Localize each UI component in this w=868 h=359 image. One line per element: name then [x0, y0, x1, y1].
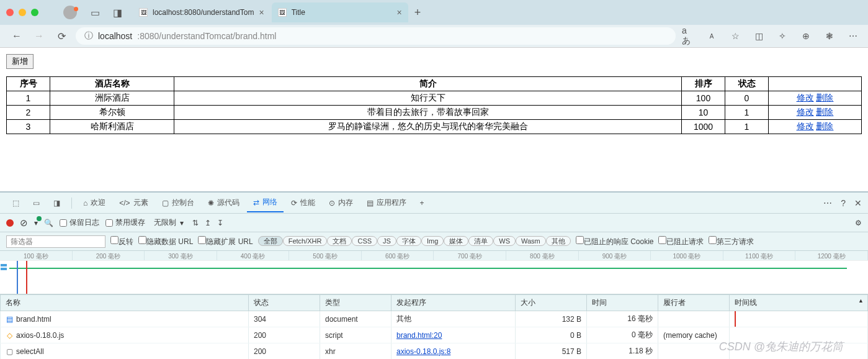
network-row[interactable]: ▢selectAll 200 xhr axios-0.18.0.js:8 517… [1, 343, 868, 360]
tab-title: Title [292, 8, 305, 17]
network-settings-icon[interactable]: ⚙ [855, 219, 862, 227]
cell-intro: 带着目的去旅行，带着故事回家 [174, 106, 682, 120]
filter-pill[interactable]: Img [421, 236, 444, 246]
col-timeline[interactable]: 时间线▲ [730, 295, 868, 311]
col-time[interactable]: 时间 [587, 295, 658, 311]
url-input[interactable]: ⓘ localhost:8080/understandTomcat/brand.… [76, 27, 676, 45]
col-sort: 排序 [682, 77, 725, 91]
filter-pill[interactable]: 清单 [468, 236, 493, 246]
back-icon[interactable]: ← [9, 30, 25, 42]
add-button[interactable]: 新增 [6, 54, 34, 69]
filter-input[interactable] [6, 235, 105, 248]
cell-seq: 1 [7, 91, 50, 106]
inspect-icon[interactable]: ⬚ [6, 195, 25, 211]
col-fulfilled[interactable]: 履行者 [658, 295, 730, 311]
disable-cache-checkbox[interactable]: 禁用缓存 [105, 217, 145, 228]
devtools-tab-performance[interactable]: ⟳ 性能 [285, 194, 321, 212]
record-icon[interactable] [6, 219, 14, 227]
browser-tab-1[interactable]: 🖼 Title × [272, 2, 408, 22]
import-har-icon[interactable]: ↥ [205, 219, 211, 227]
cell-time: 16 毫秒 [587, 311, 658, 327]
clear-icon[interactable]: ⊘ [20, 217, 28, 229]
edit-link[interactable]: 修改 [797, 107, 814, 117]
devtools-tab-application[interactable]: ▤ 应用程序 [360, 194, 413, 212]
delete-link[interactable]: 删除 [816, 93, 833, 102]
col-size[interactable]: 大小 [516, 295, 587, 311]
cell-name: 洲际酒店 [50, 91, 174, 106]
refresh-icon[interactable]: ⟳ [53, 30, 69, 42]
invert-checkbox[interactable]: 反转 [110, 236, 133, 247]
devtools-tab-welcome[interactable]: ⌂ 欢迎 [77, 194, 112, 212]
blocked-cookie-checkbox[interactable]: 已阻止的响应 Cookie [576, 236, 654, 247]
minimize-window-icon[interactable] [19, 9, 26, 16]
sidebar-toggle-icon[interactable]: ◨ [110, 7, 124, 19]
cell-status: 1 [725, 106, 769, 120]
favorite-icon[interactable]: ☆ [729, 31, 741, 41]
col-initiator[interactable]: 发起程序 [391, 295, 516, 311]
filter-pill[interactable]: CSS [352, 236, 377, 246]
filter-pill[interactable]: 其他 [546, 236, 571, 246]
site-info-icon[interactable]: ⓘ [84, 30, 93, 42]
new-tab-icon[interactable]: + [414, 6, 421, 19]
filter-pill[interactable]: 媒体 [444, 236, 468, 246]
more-icon[interactable]: ⋯ [847, 31, 859, 41]
edit-link[interactable]: 修改 [797, 121, 814, 131]
workspaces-icon[interactable]: ▭ [88, 7, 102, 19]
timeline-tick: 100 毫秒 [0, 251, 73, 260]
preserve-log-checkbox[interactable]: 保留日志 [60, 217, 99, 228]
filter-pill[interactable]: 全部 [258, 236, 283, 246]
third-party-checkbox[interactable]: 第三方请求 [709, 236, 754, 247]
filter-pill[interactable]: Fetch/XHR [283, 236, 328, 246]
devtools-tab-add-icon[interactable]: + [414, 195, 431, 211]
filter-toggle-icon[interactable]: ▾ [34, 219, 38, 227]
col-status[interactable]: 状态 [249, 295, 320, 311]
col-type[interactable]: 类型 [320, 295, 391, 311]
cell-size: 0 B [516, 327, 587, 343]
network-timeline[interactable]: 100 毫秒200 毫秒300 毫秒400 毫秒500 毫秒600 毫秒700 … [0, 251, 868, 294]
throttling-select[interactable]: 无限制 ▾ [151, 217, 186, 228]
devtools-tab-console[interactable]: ▢ 控制台 [156, 194, 200, 212]
network-row[interactable]: ◇axios-0.18.0.js 200 script brand.html:2… [1, 327, 868, 343]
favorites-bar-icon[interactable]: ✧ [776, 31, 789, 41]
devtools-close-icon[interactable]: ✕ [854, 198, 862, 208]
export-har-icon[interactable]: ↧ [217, 219, 223, 227]
initiator-link[interactable]: brand.html:20 [396, 331, 442, 340]
maximize-window-icon[interactable] [31, 9, 38, 16]
search-icon[interactable]: 🔍 [44, 219, 53, 227]
filter-pill[interactable]: Wasm [516, 236, 546, 246]
devtools-more-icon[interactable]: ⋯ [823, 198, 832, 208]
dock-side-icon[interactable]: ◨ [47, 195, 66, 211]
extensions-icon[interactable]: ❃ [823, 31, 836, 41]
filter-pill[interactable]: 字体 [396, 236, 421, 246]
hide-data-url-checkbox[interactable]: 隐藏数据 URL [138, 236, 193, 247]
translate-icon[interactable]: aあ [682, 25, 694, 47]
collections-icon[interactable]: ⊕ [800, 31, 812, 41]
filter-pill[interactable]: WS [493, 236, 516, 246]
devtools-help-icon[interactable]: ? [841, 198, 846, 208]
close-tab-icon[interactable]: × [396, 7, 401, 17]
browser-tab-0[interactable]: 🖼 localhost:8080/understandTom × [133, 2, 271, 22]
devtools-tab-memory[interactable]: ⊙ 内存 [323, 194, 359, 212]
delete-link[interactable]: 删除 [816, 121, 833, 131]
filter-pill[interactable]: JS [377, 236, 396, 246]
devtools-tab-network[interactable]: ⇄ 网络 [247, 193, 284, 212]
close-window-icon[interactable] [6, 9, 14, 16]
initiator-link[interactable]: axios-0.18.0.js:8 [396, 347, 450, 356]
network-row[interactable]: ▤brand.html 304 document 其他 132 B 16 毫秒 [1, 311, 868, 327]
close-tab-icon[interactable]: × [259, 7, 264, 17]
hide-ext-url-checkbox[interactable]: 隐藏扩展 URL [198, 236, 253, 247]
col-name[interactable]: 名称 [1, 295, 249, 311]
network-conditions-icon[interactable]: ⇅ [192, 219, 199, 227]
blocked-req-checkbox[interactable]: 已阻止请求 [658, 236, 704, 247]
profile-avatar-icon[interactable] [63, 6, 77, 19]
edit-link[interactable]: 修改 [797, 93, 814, 102]
delete-link[interactable]: 删除 [816, 107, 833, 117]
devtools-tab-sources[interactable]: ✺ 源代码 [202, 194, 246, 212]
col-actions [769, 77, 862, 91]
filter-pill[interactable]: 文档 [327, 236, 352, 246]
read-aloud-icon[interactable]: A [705, 33, 718, 40]
split-screen-icon[interactable]: ◫ [753, 31, 765, 41]
devtools-tab-elements[interactable]: </> 元素 [113, 194, 154, 212]
device-toggle-icon[interactable]: ▭ [27, 195, 46, 211]
brands-table: 序号 酒店名称 简介 排序 状态 1 洲际酒店 知行天下 100 0 修改 删除… [6, 76, 862, 134]
